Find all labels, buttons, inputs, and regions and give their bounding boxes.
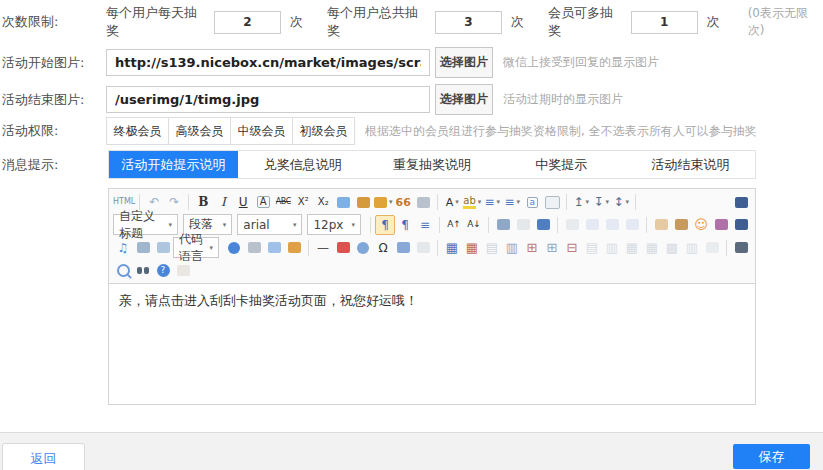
save-button[interactable]: 保存 [733, 444, 810, 469]
formula-icon[interactable] [393, 238, 413, 258]
paste-icon[interactable] [173, 260, 193, 280]
doc-icon[interactable] [702, 238, 722, 258]
ordered-list-icon[interactable]: ≡▾ [482, 192, 502, 212]
delete-table-icon[interactable]: ▦ [462, 238, 482, 258]
italic-icon[interactable]: I [213, 192, 233, 212]
underline-icon[interactable]: U [233, 192, 253, 212]
line-height-icon[interactable]: ↕▾ [611, 192, 631, 212]
date-icon[interactable] [333, 238, 353, 258]
redo-icon[interactable]: ↷ [164, 192, 184, 212]
editor-content[interactable]: 亲，请点击进入刮刮卡抽奖活动页面，祝您好运哦！ [109, 284, 755, 318]
subscript-icon[interactable]: X₂ [313, 192, 333, 212]
new-doc-icon[interactable] [542, 192, 562, 212]
code-language-select[interactable]: 代码语言▾ [173, 237, 219, 258]
table-title-icon[interactable]: ▤ [482, 238, 502, 258]
custom-title-select[interactable]: 自定义标题▾ [113, 214, 178, 235]
font-family-select[interactable]: arial▾ [237, 214, 302, 235]
music-icon[interactable]: ♫ [113, 238, 133, 258]
split-cols-icon[interactable]: ▩ [662, 238, 682, 258]
char-border-icon[interactable]: A [253, 192, 273, 212]
search-replace-icon[interactable] [133, 260, 153, 280]
insert-frame-icon[interactable] [153, 238, 173, 258]
highlight-color-icon[interactable]: ab▾ [462, 192, 482, 212]
special-chars-icon[interactable]: Ω [373, 238, 393, 258]
paragraph-spacing-bottom-icon[interactable]: ↧▾ [591, 192, 611, 212]
limit-field: 每个用户总共抽奖次 [327, 4, 524, 40]
member-level-button[interactable]: 高级会员 [168, 117, 231, 145]
limit-count-input[interactable] [631, 11, 698, 34]
image-align-center-icon[interactable] [622, 215, 642, 235]
blockquote-icon[interactable]: 66 [393, 192, 413, 212]
start-image-choose-button[interactable]: 选择图片 [435, 47, 493, 78]
delete-row-icon[interactable]: ⊟ [562, 238, 582, 258]
paragraph-spacing-top-icon[interactable]: ↥▾ [571, 192, 591, 212]
remove-format-icon[interactable] [353, 192, 373, 212]
preview-icon[interactable] [113, 260, 133, 280]
upload-picture-icon[interactable] [671, 215, 691, 235]
message-tab-4[interactable]: 活动结束说明 [626, 151, 755, 178]
insert-row-icon[interactable]: ⊞ [522, 238, 542, 258]
chevron-down-icon: ▾ [351, 221, 355, 229]
end-image-url-input[interactable] [106, 86, 430, 113]
font-size-down-icon[interactable]: A↓ [464, 215, 484, 235]
end-image-choose-button[interactable]: 选择图片 [435, 84, 493, 115]
insert-table-icon[interactable]: ▦ [442, 238, 462, 258]
chevron-down-icon: ▾ [626, 198, 630, 206]
anchor-icon[interactable]: a [522, 192, 542, 212]
member-level-button[interactable]: 初级会员 [292, 117, 355, 145]
message-tab-0[interactable]: 活动开始提示说明 [109, 151, 238, 178]
split-rows-icon[interactable]: ▦ [642, 238, 662, 258]
superscript-icon[interactable]: X² [293, 192, 313, 212]
insert-col-icon[interactable]: ⊞ [542, 238, 562, 258]
paste-as-text-icon[interactable] [413, 192, 433, 212]
font-size-select[interactable]: 12px▾ [307, 214, 361, 235]
image-align-left-icon[interactable] [562, 215, 582, 235]
insert-video-icon[interactable] [731, 215, 751, 235]
indent-icon[interactable]: ≡ [415, 215, 435, 235]
bold-icon[interactable]: B [193, 192, 213, 212]
limit-count-input[interactable] [435, 11, 502, 34]
merge-right-icon[interactable]: ▤ [582, 238, 602, 258]
font-color-icon[interactable]: A▾ [442, 192, 462, 212]
template-icon[interactable] [284, 238, 304, 258]
page-break-icon[interactable] [244, 238, 264, 258]
table-sort-icon[interactable]: ▥ [682, 238, 702, 258]
horizontal-rule-icon[interactable]: — [313, 238, 333, 258]
limit-field: 会员可多抽奖次 [548, 4, 720, 40]
time-icon[interactable] [353, 238, 373, 258]
member-level-button[interactable]: 终极会员 [106, 117, 169, 145]
unordered-list-icon[interactable]: ≡▾ [502, 192, 522, 212]
message-tab-3[interactable]: 中奖提示 [497, 151, 626, 178]
scrawl-icon[interactable] [711, 215, 731, 235]
strikethrough-icon[interactable]: ABC [273, 192, 293, 212]
image-inline-icon[interactable] [582, 215, 602, 235]
eraser-icon[interactable] [333, 192, 353, 212]
merge-down-icon[interactable]: ▥ [602, 238, 622, 258]
image-align-right-icon[interactable] [602, 215, 622, 235]
edit-formula-icon[interactable] [413, 238, 433, 258]
back-button[interactable]: 返回 [2, 443, 85, 470]
rtl-paragraph-icon[interactable]: ¶ [395, 215, 415, 235]
format-painter-icon[interactable]: ▾ [373, 192, 393, 212]
emotion-icon[interactable]: ☺ [691, 215, 711, 235]
ltr-paragraph-icon[interactable]: ¶ [375, 215, 395, 235]
help-icon[interactable]: ? [153, 260, 173, 280]
message-tab-2[interactable]: 重复抽奖说明 [367, 151, 496, 178]
merge-cells-icon[interactable]: ▦ [622, 238, 642, 258]
link-icon[interactable] [493, 215, 513, 235]
attachment-icon[interactable] [133, 238, 153, 258]
map-icon[interactable] [224, 238, 244, 258]
member-level-button[interactable]: 中级会员 [230, 117, 293, 145]
unlink-icon[interactable] [513, 215, 533, 235]
message-tab-1[interactable]: 兑奖信息说明 [238, 151, 367, 178]
print-icon[interactable] [731, 238, 751, 258]
toolbar-separator [370, 217, 371, 233]
insert-picture-icon[interactable] [651, 215, 671, 235]
start-image-url-input[interactable] [106, 49, 430, 76]
fullscreen-icon[interactable] [731, 192, 751, 212]
limit-count-input[interactable] [214, 11, 281, 34]
columns-icon[interactable] [264, 238, 284, 258]
font-size-up-icon[interactable]: A↑ [444, 215, 464, 235]
anchor-insert-icon[interactable] [533, 215, 553, 235]
insert-row-above-icon[interactable]: ▥ [502, 238, 522, 258]
